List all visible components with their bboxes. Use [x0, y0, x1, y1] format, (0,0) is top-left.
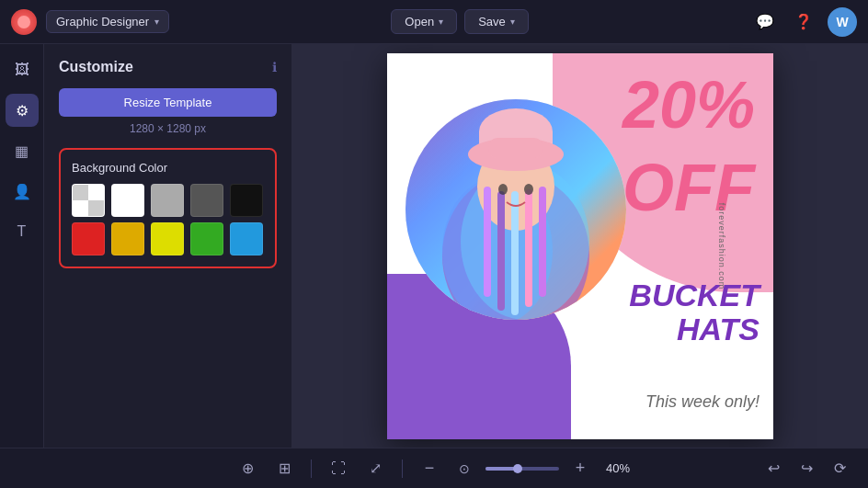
- history-icon[interactable]: ⟳: [826, 455, 853, 482]
- zoom-in-icon[interactable]: +: [566, 455, 594, 482]
- zoom-value-label: 40%: [601, 461, 634, 475]
- svg-point-11: [498, 184, 508, 195]
- color-swatch-transparent[interactable]: [72, 184, 105, 217]
- topbar-right: 💬 ❓ W: [750, 7, 857, 37]
- design-watermark: foreverfashion.com: [718, 202, 727, 289]
- save-chevron-icon: ▾: [510, 17, 515, 27]
- redo-icon[interactable]: ↪: [793, 455, 820, 482]
- design-percent-text: 20%: [622, 72, 755, 138]
- undo-icon[interactable]: ↩: [760, 455, 787, 482]
- layers-icon[interactable]: ⊕: [234, 455, 261, 482]
- color-swatch-dark-gray[interactable]: [190, 184, 223, 217]
- bg-color-label: Background Color: [72, 161, 264, 175]
- svg-rect-10: [488, 138, 543, 158]
- color-grid: [72, 184, 264, 255]
- zoom-out-icon[interactable]: −: [416, 455, 443, 482]
- color-swatch-yellow[interactable]: [151, 222, 184, 255]
- color-swatch-blue[interactable]: [230, 222, 263, 255]
- zoom-reset-icon[interactable]: ⊙: [451, 455, 478, 482]
- icon-sidebar: 🖼 ⚙ ▦ 👤 T: [0, 44, 44, 448]
- info-icon[interactable]: ℹ: [272, 60, 277, 74]
- resize-template-button[interactable]: Resize Template: [59, 88, 277, 117]
- template-size-label: 1280 × 1280 px: [59, 122, 277, 135]
- canvas-area: 20% OFF BUCKET HATS This week only! fore…: [292, 44, 868, 448]
- chevron-down-icon: ▾: [154, 17, 159, 27]
- color-swatch-orange[interactable]: [111, 222, 144, 255]
- comment-icon[interactable]: 💬: [750, 7, 780, 37]
- resize-icon[interactable]: ⤢: [361, 455, 389, 482]
- panel-header: Customize ℹ: [59, 59, 277, 75]
- svg-rect-5: [497, 191, 505, 311]
- design-person-image: [405, 99, 626, 320]
- customize-panel: Customize ℹ Resize Template 1280 × 1280 …: [44, 44, 292, 448]
- sidebar-icon-customize[interactable]: ⚙: [6, 94, 39, 127]
- design-bucket-hats-text: BUCKET HATS: [629, 278, 760, 347]
- color-swatch-black[interactable]: [230, 184, 263, 217]
- sidebar-icon-elements[interactable]: ▦: [6, 134, 39, 167]
- sidebar-icon-photos[interactable]: 🖼: [6, 53, 39, 86]
- color-swatch-green[interactable]: [190, 222, 223, 255]
- sidebar-icon-users[interactable]: 👤: [6, 175, 39, 208]
- color-swatch-red[interactable]: [72, 222, 105, 255]
- svg-point-12: [524, 184, 533, 195]
- svg-rect-6: [511, 191, 519, 315]
- bottom-right-controls: ↩ ↪ ⟳: [760, 455, 853, 482]
- canvas-wrapper[interactable]: 20% OFF BUCKET HATS This week only! fore…: [387, 53, 773, 439]
- fit-screen-icon[interactable]: ⛶: [325, 455, 352, 482]
- topbar-center: Open ▾ Save ▾: [391, 9, 528, 34]
- save-button[interactable]: Save ▾: [464, 9, 529, 34]
- topbar: Graphic Designer ▾ Open ▾ Save ▾ 💬 ❓ W: [0, 0, 868, 44]
- avatar[interactable]: W: [828, 7, 857, 37]
- open-chevron-icon: ▾: [439, 17, 443, 27]
- svg-rect-7: [525, 189, 532, 307]
- design-off-text: OFF: [622, 154, 755, 221]
- background-color-section: Background Color: [59, 148, 277, 268]
- app-logo: [11, 9, 37, 35]
- panel-title: Customize: [59, 59, 133, 75]
- app-name-dropdown[interactable]: Graphic Designer ▾: [46, 10, 169, 33]
- canvas-content: 20% OFF BUCKET HATS This week only! fore…: [387, 53, 773, 439]
- svg-rect-4: [484, 187, 491, 297]
- color-swatch-light-gray[interactable]: [151, 184, 184, 217]
- design-this-week-text: This week only!: [645, 392, 760, 412]
- zoom-controls: − ⊙ + 40%: [416, 455, 634, 482]
- bottom-toolbar: ⊕ ⊞ ⛶ ⤢ − ⊙ + 40% ↩ ↪ ⟳: [0, 448, 868, 488]
- sidebar-icon-text[interactable]: T: [6, 215, 39, 248]
- main-area: 🖼 ⚙ ▦ 👤 T Customize ℹ Resize Template 12…: [0, 44, 868, 448]
- design-circle: [405, 99, 626, 320]
- open-button[interactable]: Open ▾: [391, 9, 457, 34]
- app-name-label: Graphic Designer: [56, 15, 149, 28]
- zoom-slider[interactable]: [485, 467, 559, 471]
- svg-rect-8: [539, 187, 546, 297]
- help-icon[interactable]: ❓: [789, 7, 818, 37]
- grid-icon[interactable]: ⊞: [270, 455, 298, 482]
- color-swatch-white[interactable]: [111, 184, 144, 217]
